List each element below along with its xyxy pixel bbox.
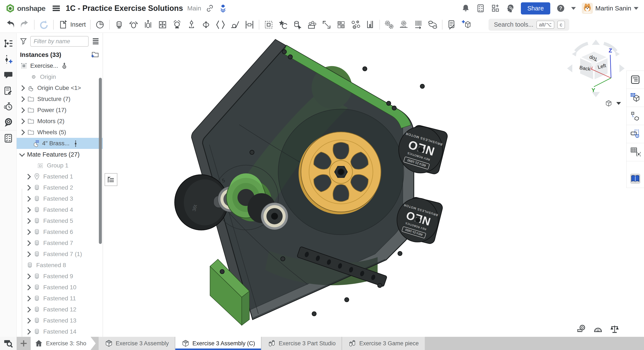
assembly-feature-button[interactable] <box>93 18 107 32</box>
measure-tool-button[interactable] <box>577 324 586 334</box>
mate-connectors-panel-button[interactable] <box>626 125 644 143</box>
tree-item-wheels-folder[interactable]: Wheels (5) <box>16 127 103 138</box>
notifications-bell-icon[interactable] <box>461 4 470 13</box>
angle-tool-button[interactable] <box>593 324 603 334</box>
history-button[interactable] <box>0 99 16 114</box>
expand-chevron-icon[interactable] <box>19 118 25 124</box>
mass-properties-button[interactable] <box>610 324 619 334</box>
mate-features-section[interactable]: Mate Features (27) <box>16 149 103 160</box>
named-positions-button[interactable] <box>276 18 290 32</box>
tree-item-fastened-3[interactable]: Fastened 3 <box>16 193 103 204</box>
expand-chevron-icon[interactable] <box>25 218 31 224</box>
expand-chevron-icon[interactable] <box>25 207 31 213</box>
view-rotate-left-arrow[interactable] <box>567 64 572 72</box>
create-element-button[interactable] <box>459 18 474 32</box>
pattern-button[interactable] <box>334 18 348 32</box>
expand-chevron-icon[interactable] <box>19 85 25 91</box>
copy-link-icon[interactable] <box>205 4 214 13</box>
search-tools-field[interactable]: Search tools... alt/⌥ c <box>488 19 569 31</box>
group-button[interactable] <box>262 18 276 32</box>
list-view-icon[interactable] <box>92 37 100 45</box>
gear-relation-button[interactable] <box>382 18 396 32</box>
display-states-button[interactable] <box>444 18 459 32</box>
tree-item-origin-cube[interactable]: Origin Cube <1> <box>16 82 103 94</box>
expand-chevron-icon[interactable] <box>25 229 31 235</box>
screw-relation-button[interactable] <box>411 18 426 32</box>
add-folder-icon[interactable] <box>91 50 99 59</box>
tree-item-fastened-1[interactable]: Fastened 1 <box>16 171 103 182</box>
tasks-icon[interactable] <box>476 4 485 13</box>
replicate-button[interactable] <box>290 18 305 32</box>
view-rotate-right-arrow[interactable] <box>620 64 624 72</box>
ball-mate-button[interactable] <box>170 18 184 32</box>
onshape-logo[interactable]: onshape <box>6 4 46 13</box>
variables-panel-button[interactable] <box>626 143 644 161</box>
width-mate-button[interactable] <box>242 18 257 32</box>
expand-chevron-icon[interactable] <box>25 307 31 312</box>
tree-item-fastened-11[interactable]: Fastened 11 <box>16 293 103 304</box>
learning-center-button[interactable] <box>626 170 644 188</box>
undo-button[interactable] <box>3 18 18 32</box>
help-dropdown-caret[interactable] <box>571 7 576 10</box>
tab-manager-button[interactable] <box>0 337 16 350</box>
main-menu-button[interactable] <box>52 6 60 11</box>
tree-item-fastened-7[interactable]: Fastened 7 <box>16 238 103 248</box>
update-button[interactable] <box>37 18 51 32</box>
expand-chevron-icon[interactable] <box>19 130 25 135</box>
expand-chevron-icon[interactable] <box>25 240 31 246</box>
tab-exercise-3-assembly-c[interactable]: Exercise 3 Assembly (C) <box>175 337 261 350</box>
cylindrical-mate-button[interactable] <box>199 18 213 32</box>
tangent-mate-button[interactable] <box>228 18 242 32</box>
tree-item-fastened-7-1[interactable]: Fastened 7 (1) <box>16 248 103 260</box>
tree-item-fastened-14[interactable]: Fastened 14 <box>16 326 103 337</box>
expand-chevron-icon[interactable] <box>25 284 31 290</box>
versions-history-button[interactable] <box>0 36 16 51</box>
expand-chevron-icon[interactable] <box>25 318 31 324</box>
tree-item-fastened-2[interactable]: Fastened 2 <box>16 182 103 193</box>
tree-item-power-folder[interactable]: Power (17) <box>16 104 103 116</box>
composite-part-button[interactable] <box>305 18 319 32</box>
ai-advisor-icon[interactable] <box>506 4 515 13</box>
expand-chevron-icon[interactable] <box>25 185 31 191</box>
filter-by-name-input[interactable] <box>30 36 88 47</box>
workspace-label[interactable]: Main <box>187 5 201 12</box>
expand-chevron-icon[interactable] <box>25 174 31 180</box>
expand-chevron-icon[interactable] <box>19 151 25 157</box>
share-button[interactable]: Share <box>521 2 550 14</box>
planar-mate-button[interactable] <box>155 18 170 32</box>
tree-item-fastened-13[interactable]: Fastened 13 <box>16 315 103 326</box>
tab-exercise-3-game-piece[interactable]: Exercise 3 Game piece <box>342 337 424 350</box>
expand-chevron-icon[interactable] <box>25 329 31 335</box>
tree-item-group-1[interactable]: Group 1 <box>16 160 103 171</box>
item-trailing-icon[interactable] <box>72 140 79 147</box>
slider-mate-button[interactable] <box>141 18 155 32</box>
tree-item-fastened-9[interactable]: Fastened 9 <box>16 271 103 282</box>
expand-chevron-icon[interactable] <box>19 96 25 102</box>
parallel-mate-button[interactable] <box>213 18 228 32</box>
derived-instances-panel-button[interactable] <box>626 107 644 125</box>
configurations-panel-button[interactable] <box>626 89 644 107</box>
tab-exercise-3-part-studio[interactable]: Exercise 3 Part Studio <box>262 337 342 350</box>
apps-store-icon[interactable] <box>491 4 500 13</box>
tree-item-fastened-4[interactable]: Fastened 4 <box>16 204 103 215</box>
tree-item-fastened-8[interactable]: Fastened 8 <box>16 260 103 271</box>
tree-item-4in-brass[interactable]: 4" Brass... <box>16 138 103 149</box>
bom-panel-button[interactable] <box>626 70 644 89</box>
insert-button[interactable]: Insert <box>56 18 88 32</box>
feedback-button[interactable] <box>0 114 16 130</box>
help-icon[interactable] <box>556 4 565 13</box>
expand-chevron-icon[interactable] <box>25 196 31 202</box>
action-items-button[interactable] <box>0 130 16 146</box>
expand-chevron-icon[interactable] <box>25 296 31 302</box>
section-view-button[interactable] <box>363 18 377 32</box>
transform-button[interactable] <box>319 18 334 32</box>
redo-button[interactable] <box>18 18 32 32</box>
belt-relation-button[interactable] <box>426 18 440 32</box>
tree-item-origin[interactable]: Origin <box>16 71 103 82</box>
view-roll-left-arrow[interactable] <box>576 44 588 51</box>
tree-item-structure-folder[interactable]: Structure (7) <box>16 94 103 104</box>
tree-item-fastened-6[interactable]: Fastened 6 <box>16 226 103 238</box>
tree-item-exercise-assembly[interactable]: Exercise... <box>16 60 103 71</box>
3d-viewport[interactable]: REV-21-1650 REV ROBOTICS NEO BRUSHLESS M… <box>103 33 644 337</box>
tab-exercise-3-assembly[interactable]: Exercise 3 Assembly <box>99 337 175 350</box>
